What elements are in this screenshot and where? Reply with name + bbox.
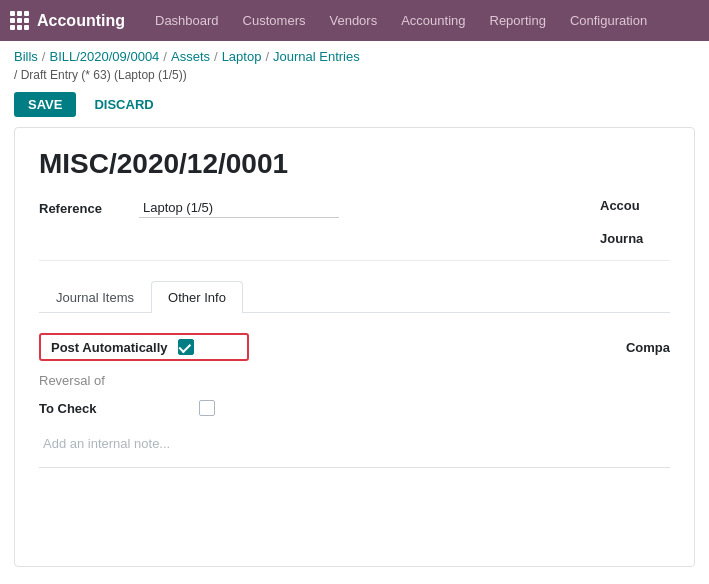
tab-journal-items[interactable]: Journal Items (39, 281, 151, 313)
breadcrumb-laptop[interactable]: Laptop (222, 49, 262, 64)
reference-label: Reference (39, 201, 139, 216)
breadcrumb-sep-4: / (265, 49, 269, 64)
right-col-label-2: Journa (600, 231, 670, 246)
post-automatically-box: Post Automatically (39, 333, 249, 361)
breadcrumb: Bills / BILL/2020/09/0004 / Assets / Lap… (0, 41, 709, 68)
right-col-label-1: Accou (600, 198, 670, 213)
nav-reporting[interactable]: Reporting (480, 9, 556, 32)
grid-icon (10, 11, 29, 30)
post-automatically-label: Post Automatically (51, 340, 168, 355)
tabs: Journal Items Other Info (39, 281, 670, 313)
breadcrumb-journal-entries[interactable]: Journal Entries (273, 49, 360, 64)
to-check-checkbox[interactable] (199, 400, 215, 416)
breadcrumb-bills[interactable]: Bills (14, 49, 38, 64)
breadcrumb-sep-2: / (163, 49, 167, 64)
breadcrumb-bill-number[interactable]: BILL/2020/09/0004 (49, 49, 159, 64)
main-card: MISC/2020/12/0001 Reference Laptop (1/5)… (14, 127, 695, 567)
document-title: MISC/2020/12/0001 (39, 148, 670, 180)
tab-other-info[interactable]: Other Info (151, 281, 243, 313)
left-fields: Reference Laptop (1/5) (39, 198, 590, 246)
reference-value[interactable]: Laptop (1/5) (139, 198, 339, 218)
nav-vendors[interactable]: Vendors (319, 9, 387, 32)
right-partial-fields: Accou Journa (590, 198, 670, 246)
post-automatically-row: Post Automatically Compa (39, 333, 670, 361)
reversal-of-label: Reversal of (39, 373, 199, 388)
app-name: Accounting (37, 12, 125, 30)
discard-button[interactable]: DISCARD (84, 92, 163, 117)
nav-dashboard[interactable]: Dashboard (145, 9, 229, 32)
action-bar: SAVE DISCARD (0, 88, 709, 127)
app-logo[interactable]: Accounting (10, 11, 125, 30)
breadcrumb-sep-3: / (214, 49, 218, 64)
reference-row: Reference Laptop (1/5) (39, 198, 590, 218)
breadcrumb-assets[interactable]: Assets (171, 49, 210, 64)
nav-configuration[interactable]: Configuration (560, 9, 657, 32)
nav-accounting[interactable]: Accounting (391, 9, 475, 32)
note-divider (39, 467, 670, 468)
internal-note-field[interactable]: Add an internal note... (39, 428, 670, 459)
right-company-label: Compa (626, 340, 670, 355)
nav-menu: Dashboard Customers Vendors Accounting R… (145, 13, 657, 28)
record-subtitle: / Draft Entry (* 63) (Laptop (1/5)) (0, 68, 709, 88)
to-check-label: To Check (39, 401, 199, 416)
breadcrumb-sep-1: / (42, 49, 46, 64)
nav-customers[interactable]: Customers (233, 9, 316, 32)
post-automatically-checkbox[interactable] (178, 339, 194, 355)
top-navigation: Accounting Dashboard Customers Vendors A… (0, 0, 709, 41)
fields-section: Reference Laptop (1/5) Accou Journa (39, 198, 670, 261)
reversal-of-row: Reversal of (39, 373, 670, 388)
to-check-row: To Check (39, 400, 670, 416)
save-button[interactable]: SAVE (14, 92, 76, 117)
tab-content-other-info: Post Automatically Compa Reversal of To … (39, 329, 670, 472)
